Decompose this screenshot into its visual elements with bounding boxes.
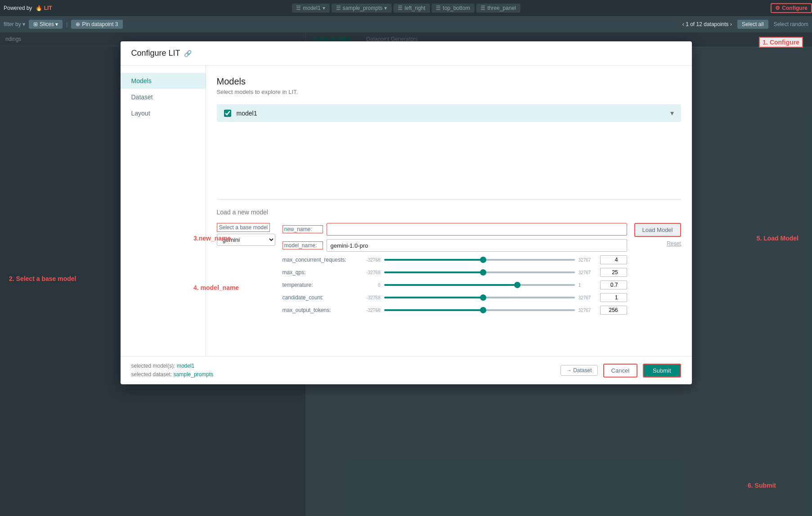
tab-three-panel-label: three_panel <box>487 5 516 11</box>
footer-info: selected model(s): model1 selected datas… <box>131 362 214 379</box>
bottom-spacer <box>217 318 681 345</box>
max-concurrent-requests-row: max_concurrent_requests: -32768 32767 <box>283 255 627 264</box>
model-name-label: model_name: <box>283 241 323 249</box>
tab-group: ☰ model1 ▾ ☰ sample_prompts ▾ ☰ left_rig… <box>292 4 520 13</box>
tab-left-right-label: left_right <box>404 5 425 11</box>
load-form: Select a base model gemini new_name: <box>217 223 681 318</box>
sidebar-item-layout[interactable]: Layout <box>121 105 206 121</box>
modal-footer: selected model(s): model1 selected datas… <box>121 356 692 384</box>
temperature-fill <box>384 284 518 286</box>
max-concurrent-track[interactable] <box>384 259 575 261</box>
params-section: new_name: model_name: max_concurrent_req… <box>283 223 627 318</box>
content-subtitle: Select models to explore in LIT. <box>217 89 681 95</box>
max-concurrent-min: -32768 <box>363 258 381 262</box>
external-link-icon[interactable]: 🔗 <box>184 50 192 57</box>
temperature-track[interactable] <box>384 284 575 286</box>
tab-three-panel[interactable]: ☰ three_panel <box>476 4 520 13</box>
load-section: Load a new model Select a base model gem… <box>217 199 681 318</box>
candidate-count-track[interactable] <box>384 297 575 298</box>
pin-label: Pin datapoint 3 <box>82 21 118 27</box>
filter-by-text: filter by ▾ <box>4 21 25 27</box>
tab-sample-prompts[interactable]: ☰ sample_prompts ▾ <box>332 4 392 13</box>
model-chevron-icon[interactable]: ▾ <box>670 109 674 117</box>
sidebar-layout-label: Layout <box>131 110 150 117</box>
sidebar-item-dataset[interactable]: Dataset <box>121 89 206 105</box>
new-name-row: new_name: <box>283 223 627 236</box>
modal-title: Configure LIT <box>131 49 180 58</box>
slices-label: Slices ▾ <box>40 21 58 27</box>
temperature-label: temperature: <box>283 282 359 288</box>
modal-sidebar: Models Dataset Layout <box>121 66 206 356</box>
modal-overlay: Configure LIT 🔗 Models Dataset Layout Mo… <box>0 32 812 516</box>
configure-label: Configure <box>782 5 808 11</box>
max-concurrent-value[interactable] <box>600 255 627 264</box>
configure-button[interactable]: ⚙ Configure <box>771 3 812 13</box>
max-qps-track[interactable] <box>384 271 575 273</box>
tab-sample-prompts-chevron: ▾ <box>384 5 387 11</box>
max-qps-value[interactable] <box>600 268 627 277</box>
tab-sample-prompts-icon: ☰ <box>336 5 341 11</box>
temperature-value[interactable] <box>600 280 627 289</box>
configure-area: ⚙ Configure <box>771 3 812 13</box>
load-model-button[interactable]: Load Model <box>634 223 681 237</box>
tab-model1-icon: ☰ <box>296 5 301 11</box>
model-name-input[interactable] <box>327 239 627 252</box>
tab-left-right[interactable]: ☰ left_right <box>393 4 430 13</box>
tab-model1[interactable]: ☰ model1 ▾ <box>292 4 329 13</box>
footer-actions: → Dataset Cancel Submit <box>561 364 681 378</box>
annotation-configure: 1. Configure <box>759 37 803 48</box>
selected-dataset-label: selected dataset: <box>131 371 172 378</box>
new-name-label: new_name: <box>283 225 323 233</box>
max-output-tokens-row: max_output_tokens: -32768 32767 <box>283 306 627 315</box>
max-qps-fill <box>384 271 484 273</box>
candidate-count-label: candidate_count: <box>283 294 359 301</box>
max-output-tokens-fill <box>384 309 484 311</box>
submit-button[interactable]: Submit <box>643 364 681 378</box>
base-model-select[interactable]: gemini <box>217 234 275 246</box>
selected-model-link[interactable]: model1 <box>177 363 194 369</box>
tab-left-right-icon: ☰ <box>398 5 403 11</box>
model1-checkbox[interactable] <box>224 110 231 117</box>
max-output-tokens-track[interactable] <box>384 309 575 311</box>
select-all-button[interactable]: Select all <box>737 20 768 29</box>
tab-three-panel-icon: ☰ <box>480 5 485 11</box>
candidate-count-fill <box>384 297 484 298</box>
load-section-title: Load a new model <box>217 209 681 216</box>
max-output-tokens-value[interactable] <box>600 306 627 315</box>
candidate-count-value[interactable] <box>600 293 627 302</box>
tab-top-bottom-label: top_bottom <box>443 5 470 11</box>
cancel-button[interactable]: Cancel <box>603 364 637 378</box>
max-concurrent-fill <box>384 259 484 261</box>
candidate-count-thumb[interactable] <box>480 294 486 301</box>
temperature-thumb[interactable] <box>514 282 520 288</box>
sidebar-item-models[interactable]: Models <box>121 73 206 89</box>
max-output-tokens-label: max_output_tokens: <box>283 307 359 313</box>
candidate-count-min: -32768 <box>363 295 381 300</box>
content-title: Models <box>217 76 681 87</box>
new-name-input[interactable] <box>327 223 627 236</box>
max-output-tokens-min: -32768 <box>363 308 381 313</box>
max-qps-thumb[interactable] <box>480 269 486 276</box>
selected-dataset-link[interactable]: sample_prompts <box>174 371 214 378</box>
candidate-count-row: candidate_count: -32768 32767 <box>283 293 627 302</box>
modal-body: Models Dataset Layout Models Select mode… <box>121 66 692 356</box>
max-concurrent-label: max_concurrent_requests: <box>283 257 359 263</box>
slices-button[interactable]: ⊞ Slices ▾ <box>29 20 63 29</box>
tab-top-bottom-icon: ☰ <box>436 5 441 11</box>
model-row: model1 ▾ <box>217 104 681 122</box>
brand-area: Powered by 🔥 LIT <box>4 5 52 11</box>
tab-sample-prompts-label: sample_prompts <box>343 5 383 11</box>
reset-link[interactable]: Reset <box>667 240 681 247</box>
dataset-button[interactable]: → Dataset <box>561 365 598 376</box>
candidate-count-max: 32767 <box>579 295 597 300</box>
gear-icon: ⚙ <box>775 5 780 11</box>
model-name-row: model_name: <box>283 239 627 252</box>
top-bar: Powered by 🔥 LIT ☰ model1 ▾ ☰ sample_pro… <box>0 0 812 16</box>
max-concurrent-max: 32767 <box>579 258 597 262</box>
tab-top-bottom[interactable]: ☰ top_bottom <box>431 4 474 13</box>
navigation-area: ‹ 1 of 12 datapoints › Select all Select… <box>682 20 808 29</box>
max-concurrent-thumb[interactable] <box>480 257 486 263</box>
max-output-tokens-thumb[interactable] <box>480 307 486 313</box>
select-random-button[interactable]: Select random <box>774 21 808 27</box>
pin-datapoint-button[interactable]: ⊕ Pin datapoint 3 <box>71 20 122 29</box>
